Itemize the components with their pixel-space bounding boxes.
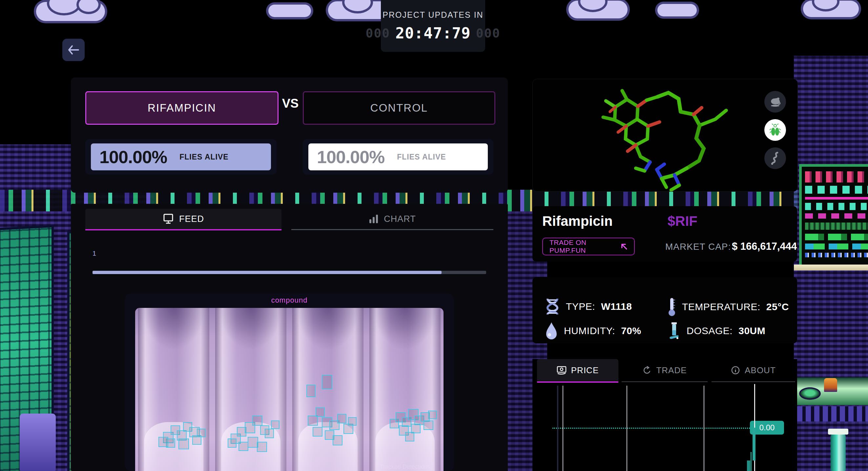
price-chart[interactable]: 0.00 — [537, 384, 793, 471]
chart-gridline — [557, 386, 558, 471]
fly-icon — [769, 123, 781, 137]
param-humidity: HUMIDITY: 70% — [545, 322, 641, 340]
control-alive-percent: 100.00% — [317, 147, 384, 167]
fly-detection-box — [313, 427, 322, 437]
fly-detection-box — [257, 442, 267, 452]
param-temperature-label: TEMPERATURE: — [682, 301, 761, 313]
experiment-vs-panel: RIFAMPICIN VS CONTROL 100.00% FLIES ALIV… — [71, 78, 508, 193]
tab-price[interactable]: PRICE — [537, 359, 618, 383]
droplet-icon — [545, 322, 558, 340]
param-temperature-value: 25°C — [766, 301, 789, 313]
organism-fly-button[interactable] — [764, 119, 786, 141]
compound-alive-label: FLIES ALIVE — [180, 153, 228, 161]
vs-label: VS — [279, 96, 302, 111]
feed-panel: FEED CHART 1 compound Tracked Detections — [71, 204, 508, 471]
background-petri-dish — [799, 387, 821, 400]
video-feed[interactable]: Tracked Detections — [135, 308, 443, 471]
cloud-bump — [814, 0, 837, 9]
price-candle — [750, 452, 751, 471]
cloud — [36, 2, 105, 21]
control-stat-container: 100.00% FLIES ALIVE — [303, 139, 493, 175]
fly-detection-box — [322, 375, 332, 389]
info-icon — [731, 366, 740, 375]
background-creature — [824, 378, 837, 392]
tab-about-label: ABOUT — [745, 365, 776, 376]
arrow-up-left-icon — [621, 243, 627, 250]
mouse-icon — [769, 96, 781, 107]
token-ticker: $RIF — [668, 213, 698, 229]
control-toggle-button[interactable]: CONTROL — [303, 91, 495, 125]
cloud-bump — [79, 0, 98, 12]
molecule-panel — [532, 79, 798, 192]
token-name: Rifampicin — [542, 213, 613, 229]
param-type-label: TYPE: — [566, 301, 595, 312]
price-candle — [747, 461, 750, 471]
fly-detection-box — [424, 420, 433, 430]
fly-detection-box — [337, 414, 346, 423]
current-price-line — [552, 428, 783, 429]
tab-about[interactable]: ABOUT — [712, 359, 795, 382]
molecule-3d-view[interactable] — [552, 79, 756, 192]
cloud — [803, 1, 859, 17]
cloud-bump — [49, 0, 79, 13]
bar-chart-icon — [369, 214, 378, 224]
control-panel-row — [805, 253, 868, 257]
background-control-panel — [799, 164, 868, 268]
chart-gridline — [704, 386, 704, 471]
tab-feed-label: FEED — [179, 214, 204, 224]
fly-detection-box — [179, 439, 189, 450]
control-panel-row — [805, 203, 868, 210]
fly-detection-box — [197, 429, 206, 437]
fly-detection-box — [158, 437, 168, 447]
control-stat-card: 100.00% FLIES ALIVE — [308, 143, 488, 170]
param-type-value: W1118 — [601, 301, 632, 312]
back-button[interactable] — [62, 39, 85, 61]
background-tube-cap — [828, 429, 848, 435]
param-humidity-label: HUMIDITY: — [564, 325, 615, 336]
fly-detection-box — [252, 415, 262, 426]
countdown-time: 20:47:79 — [395, 24, 471, 42]
tracking-watermark: Tracked Detections — [380, 464, 430, 470]
cloud-bump — [580, 0, 605, 10]
chart-gridline — [563, 386, 563, 471]
compound-alive-percent: 100.00% — [99, 147, 167, 167]
control-panel-row — [805, 213, 868, 218]
param-type: TYPE: W1118 — [545, 297, 632, 316]
compound-toggle-button[interactable]: RIFAMPICIN — [85, 91, 279, 125]
control-panel-row — [805, 186, 868, 194]
control-panel-row — [805, 234, 868, 240]
control-panel-row — [805, 171, 868, 182]
tab-chart[interactable]: CHART — [291, 209, 493, 230]
tab-feed[interactable]: FEED — [85, 209, 281, 230]
control-alive-label: FLIES ALIVE — [397, 153, 446, 161]
fly-detection-box — [316, 407, 325, 417]
feed-index-label: 1 — [93, 250, 96, 257]
experiment-params-panel: TYPE: W1118 TEMPERATURE: 25°C HUMIDITY: … — [532, 277, 797, 343]
app-root: PROJECT UPDATES IN 000 20:47:79 000 RIFA… — [0, 0, 868, 471]
control-panel-row — [805, 243, 868, 249]
background-canister-purple — [20, 414, 56, 471]
tab-trade[interactable]: TRADE — [622, 359, 708, 382]
project-countdown-panel: PROJECT UPDATES IN 000 20:47:79 000 — [381, 0, 485, 52]
tab-chart-label: CHART — [384, 214, 416, 224]
tab-trade-label: TRADE — [656, 365, 687, 376]
market-cap-value: $ 166,617,444 — [732, 241, 797, 253]
cloud — [657, 4, 697, 17]
feed-progress-bar[interactable] — [93, 271, 486, 274]
param-humidity-value: 70% — [621, 325, 641, 336]
organism-worm-button[interactable] — [764, 147, 786, 169]
trade-on-pumpfun-button[interactable]: TRADE ON PUMP.FUN — [542, 238, 635, 255]
control-panel-row — [805, 197, 868, 200]
param-dosage-label: DOSAGE: — [687, 325, 733, 336]
back-arrow-icon — [68, 45, 80, 55]
worm-icon — [770, 152, 781, 165]
tab-price-label: PRICE — [571, 365, 599, 376]
control-panel-row — [805, 223, 868, 230]
cloud — [568, 1, 627, 19]
organism-mouse-button[interactable] — [764, 91, 786, 113]
monitor-icon — [163, 214, 174, 224]
price-panel: PRICE TRADE ABOUT 0.00 — [532, 359, 797, 471]
countdown-pad-left: 000 — [366, 26, 391, 40]
fly-detection-box — [228, 439, 237, 448]
thermometer-icon — [668, 297, 676, 316]
